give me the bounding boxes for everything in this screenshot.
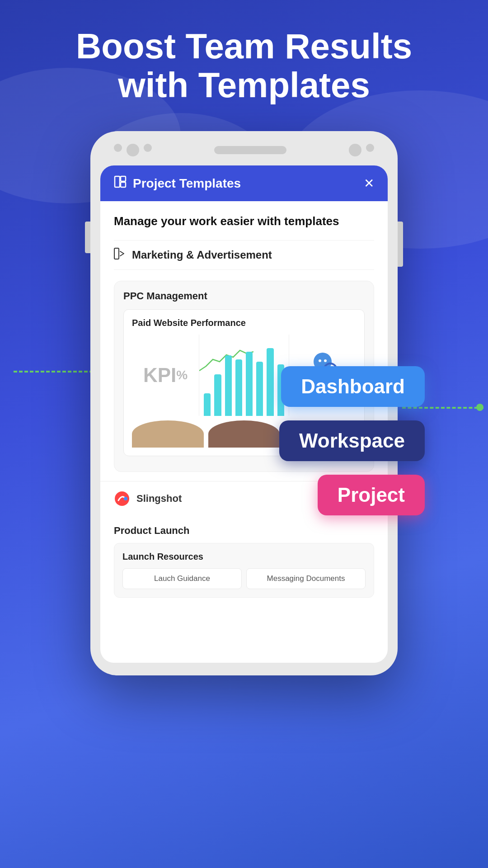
phone-top-bar (100, 144, 388, 165)
kpi-label: KPI (143, 364, 176, 387)
side-button-left (85, 222, 90, 253)
phone-speaker (214, 146, 286, 154)
modal-title: Project Templates (133, 176, 241, 191)
phone-dot-camera (127, 144, 139, 156)
category-label: Marketing & Advertisement (132, 249, 272, 261)
kpi-percent: % (176, 368, 188, 382)
template-icon (114, 175, 127, 191)
bar-chart-section (199, 335, 289, 416)
modal-subtitle: Manage your work easier with templates (114, 214, 374, 229)
modal-header: Project Templates ✕ (100, 165, 388, 201)
phone-screen: Project Templates ✕ Manage your work eas… (100, 165, 388, 663)
phone-dot-1 (114, 144, 122, 152)
chart-bar (235, 359, 242, 416)
svg-rect-2 (121, 182, 126, 187)
chart-bar (225, 355, 232, 415)
kpi-section: KPI % (132, 335, 199, 416)
svg-point-11 (124, 497, 127, 500)
product-launch-section: Product Launch Launch Resources Lauch Gu… (100, 516, 388, 598)
category-row[interactable]: Marketing & Advertisement (114, 240, 374, 270)
badge-workspace[interactable]: Workspace (279, 420, 425, 461)
launch-resources-card: Launch Resources Lauch Guidance Messagin… (114, 543, 374, 598)
svg-rect-1 (121, 176, 126, 181)
side-button-right (398, 222, 403, 267)
hero-title: Boost Team Results with Templates (0, 27, 488, 105)
launch-resources-title: Launch Resources (122, 552, 366, 562)
launch-resource-2: Messaging Documents (246, 568, 366, 589)
product-launch-title: Product Launch (114, 516, 374, 543)
thumbnail-1 (132, 420, 204, 448)
badge-project[interactable]: Project (318, 475, 425, 515)
svg-rect-0 (115, 176, 120, 187)
phone-dot-4 (349, 144, 361, 156)
chart-bar (256, 362, 263, 416)
phone-dots-left (114, 144, 152, 156)
modal-header-left: Project Templates (114, 175, 241, 191)
thumbnail-2 (208, 420, 280, 448)
paid-website-title: Paid Website Performance (132, 318, 356, 328)
phone-dots-right (349, 144, 374, 156)
slingshot-label: Slingshot (136, 493, 182, 505)
phone-dot-5 (366, 144, 374, 152)
dashed-line-right (402, 407, 483, 409)
hero-title-line2: with Templates (27, 66, 461, 105)
launch-resources-row: Lauch Guidance Messaging Documents (122, 568, 366, 589)
phone-wrapper: Dashboard Workspace Project (90, 131, 398, 675)
chart-bar (204, 393, 211, 416)
svg-point-8 (319, 359, 321, 362)
hero-title-line1: Boost Team Results (27, 27, 461, 66)
close-icon[interactable]: ✕ (364, 176, 374, 191)
dot-green-right (476, 404, 483, 411)
svg-rect-3 (114, 248, 119, 259)
svg-point-9 (324, 359, 327, 362)
category-icon (114, 248, 126, 262)
badge-dashboard[interactable]: Dashboard (281, 366, 425, 407)
launch-resource-1: Lauch Guidance (122, 568, 242, 589)
chart-bar (214, 374, 221, 416)
chart-bar (246, 352, 253, 416)
phone-dot-3 (144, 144, 152, 152)
slingshot-logo (114, 491, 130, 507)
chart-bar (267, 348, 273, 416)
ppc-section-title: PPC Management (123, 290, 365, 302)
